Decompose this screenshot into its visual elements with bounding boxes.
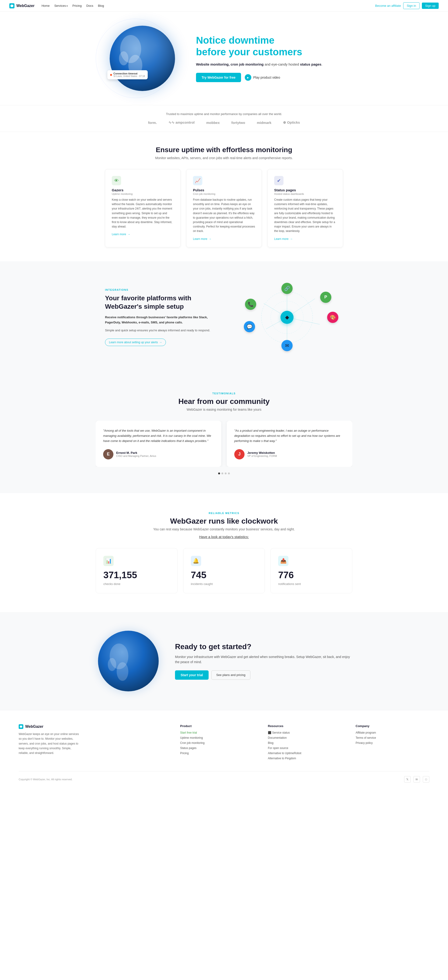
footer-blog[interactable]: Blog — [268, 741, 342, 745]
features-subtitle: Monitor websites, APIs, servers, and cro… — [105, 156, 343, 160]
see-plans-button[interactable]: See plans and pricing — [211, 670, 250, 680]
testimonial-dots — [10, 473, 438, 474]
nav-home[interactable]: Home — [41, 4, 50, 8]
footer-terms[interactable]: Terms of service — [356, 736, 429, 740]
webhook-node: 🔗 — [281, 283, 292, 294]
linkedin-icon[interactable]: in — [413, 776, 420, 783]
feature-card-status: ✔ Status pages Hosted status dashboards … — [267, 169, 343, 247]
integrations-title: Your favorite platforms with WebGazer's … — [105, 294, 217, 311]
testimonial-text-2: "As a product and engineering leader, I … — [234, 428, 345, 444]
signin-button[interactable]: Sign in — [403, 2, 419, 9]
footer-col-resources: Resources ⬛ Service status Documentation… — [268, 724, 342, 762]
nav-logo[interactable]: WebGazer — [10, 3, 35, 8]
features-title: Ensure uptime with effortless monitoring — [105, 146, 343, 154]
cta-desc: Monitor your infrastructure with WebGaze… — [175, 654, 352, 665]
notifications-number: 776 — [278, 570, 345, 580]
footer-top: WebGazer WebGazer keeps an eye on your o… — [19, 724, 429, 762]
trusted-section: Trusted to maximize uptime and monitor p… — [0, 105, 448, 132]
pagerduty-node: P — [320, 292, 331, 303]
testimonials-sub: WebGazer is easing monitoring for teams … — [10, 407, 438, 411]
integrations-desc2: Simple and quick setup ensures you're al… — [105, 328, 217, 333]
testimonials-title: Hear from our community — [10, 397, 438, 406]
nav-affiliate-link[interactable]: Become an affiliate — [375, 4, 401, 8]
testimonials-tag: TESTIMONIALS — [10, 392, 438, 395]
play-video-button[interactable]: ▶ Play product video — [245, 74, 280, 81]
footer-start-trial[interactable]: Start free trial — [180, 731, 254, 734]
arrow-icon: → — [159, 340, 162, 344]
footer-alt-uptimerobot[interactable]: Alternative to UptimeRobot — [268, 752, 342, 755]
metrics-section: RELIABLE METRICS WebGazer runs like cloc… — [0, 493, 448, 612]
logo-ampcontrol: ∿∿ ampcontrol — [168, 120, 195, 125]
nav-pricing[interactable]: Pricing — [72, 4, 82, 8]
metrics-sub: You can rest easy because WebGazer const… — [10, 527, 438, 531]
avatar-1: E — [103, 449, 113, 460]
status-badge: Hosted status dashboards — [274, 192, 336, 195]
footer-product-title: Product — [180, 724, 254, 728]
dot-2[interactable] — [221, 473, 223, 474]
footer-privacy[interactable]: Privacy policy — [356, 741, 429, 745]
integrations-left: INTEGRATIONS Your favorite platforms wit… — [105, 288, 217, 346]
gazers-link[interactable]: Learn more → — [112, 232, 174, 236]
metrics-title: WebGazer runs like clockwork — [10, 517, 438, 525]
footer-service-status[interactable]: ⬛ Service status — [268, 731, 342, 734]
checks-icon: 📊 — [103, 556, 114, 566]
footer-documentation[interactable]: Documentation — [268, 736, 342, 740]
footer-logo: WebGazer — [19, 724, 166, 729]
author-role-1: CISO and Managing Partner, Airius — [116, 455, 156, 457]
slack-node: 🎨 — [327, 312, 338, 323]
integrations-desc1: Receive notifications through businesses… — [105, 315, 217, 325]
footer-brand-desc: WebGazer keeps an eye on your online ser… — [19, 732, 79, 756]
author-role-2: VP of Engineering, FORM — [247, 455, 277, 457]
start-trial-button[interactable]: Start your trial — [175, 670, 209, 680]
footer-uptime[interactable]: Uptime monitoring — [180, 736, 254, 740]
metric-incidents: 🔔 745 incidents caught — [183, 548, 265, 593]
author-name-2: Jeremy Weiskotten — [247, 451, 277, 455]
dot-1[interactable] — [218, 473, 220, 474]
cta-globe — [96, 631, 161, 691]
footer-alt-pingdom[interactable]: Alternative to Pingdom — [268, 757, 342, 760]
status-link[interactable]: Learn more → — [274, 237, 336, 240]
trusted-logos: form. ∿∿ ampcontrol mobbex fortytwo midm… — [10, 120, 438, 125]
nav-blog[interactable]: Blog — [98, 4, 104, 8]
testimonials-section: TESTIMONIALS Hear from our community Web… — [0, 373, 448, 493]
footer-social: 𝕏 in □ — [404, 776, 429, 783]
gazers-title: Gazers — [112, 188, 174, 192]
signup-button[interactable]: Sign up — [422, 3, 438, 9]
footer-status-pages[interactable]: Status pages — [180, 746, 254, 750]
dot-4[interactable] — [228, 473, 230, 474]
testimonial-card-2: "As a product and engineering leader, I … — [227, 421, 352, 467]
integrations-diagram: ◆ 🔗 📞 P 🎨 💬 ✉ — [231, 280, 343, 355]
notification-location: St Louis, United States · 07:18 — [113, 75, 145, 78]
pulses-desc: From database backups to routine updates… — [193, 197, 255, 234]
twitter-icon[interactable]: 𝕏 — [404, 776, 411, 783]
email-node: ✉ — [281, 340, 292, 351]
footer-affiliate[interactable]: Affiliate program — [356, 731, 429, 734]
github-icon[interactable]: □ — [423, 776, 429, 783]
footer-open-source[interactable]: For open source — [268, 746, 342, 750]
gazers-icon: 👁 — [112, 176, 121, 185]
pulses-link[interactable]: Learn more → — [193, 237, 255, 240]
footer-cron[interactable]: Cron job monitoring — [180, 741, 254, 745]
nav-docs[interactable]: Docs — [86, 4, 93, 8]
metrics-today: Have a look at today's statistics: — [10, 535, 438, 539]
metric-notifications: 📤 776 notifications sent — [270, 548, 352, 593]
footer-pricing[interactable]: Pricing — [180, 752, 254, 755]
footer-col-company: Company Affiliate program Terms of servi… — [356, 724, 429, 762]
cta-content: Ready to get started? Monitor your infra… — [175, 643, 352, 680]
feature-card-pulses: 📈 Pulses Cron job monitoring From databa… — [186, 169, 262, 247]
status-icon: ✔ — [274, 176, 283, 185]
dot-3[interactable] — [225, 473, 227, 474]
logo-icon — [10, 3, 14, 8]
metric-checks: 📊 371,155 checks done — [96, 548, 178, 593]
testimonial-card-1: "Among all of the tools that we use, Web… — [96, 421, 221, 467]
svg-marker-0 — [11, 5, 13, 7]
svg-marker-15 — [20, 725, 22, 728]
logo-midmark: midmark — [257, 121, 272, 125]
hero-subtitle: Website monitoring, cron job monitoring … — [196, 62, 345, 67]
nav-services[interactable]: Services — [54, 4, 68, 8]
hero-title: Notice downtime before your customers — [196, 35, 345, 58]
learn-more-alerts-button[interactable]: Learn more about setting up your alerts … — [105, 339, 166, 346]
try-free-button[interactable]: Try WebGazer for free — [196, 73, 241, 82]
hero-content: Notice downtime before your customers We… — [196, 35, 345, 83]
pulses-title: Pulses — [193, 188, 255, 192]
